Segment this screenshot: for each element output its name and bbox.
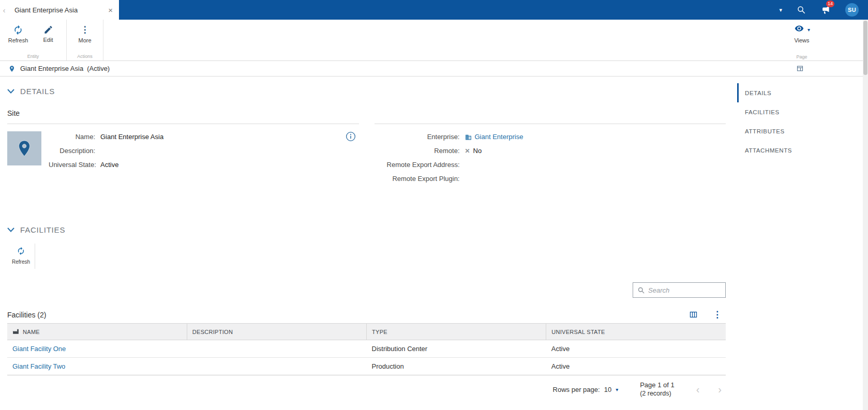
more-dots-icon: ⋮ xyxy=(81,25,89,35)
field-name: Name: Giant Enterprise Asia xyxy=(49,132,163,142)
topbar-dropdown-caret-icon[interactable]: ▾ xyxy=(779,7,782,13)
table-pagination: Rows per page: 10 ▾ Page 1 of 1 (2 recor… xyxy=(7,381,726,398)
table-row: Giant Facility Two Production Active xyxy=(7,358,726,375)
column-header-name[interactable]: NAME xyxy=(7,324,187,340)
views-caret-icon: ▾ xyxy=(807,27,810,33)
facilities-refresh-button[interactable]: Refresh xyxy=(7,244,35,269)
table-header-row: NAME DESCRIPTION TYPE UNIVERSAL STATE xyxy=(7,324,726,340)
edit-label: Edit xyxy=(43,37,53,43)
facility-link[interactable]: Giant Facility Two xyxy=(12,362,65,370)
back-chevron-icon[interactable]: ‹ xyxy=(0,0,8,20)
remote-export-address-label: Remote Export Address: xyxy=(375,160,465,170)
views-button[interactable]: ▾ Views xyxy=(794,24,810,43)
enterprise-label: Enterprise: xyxy=(375,132,465,142)
nav-item-details[interactable]: DETAILS xyxy=(737,83,812,102)
facilities-toolbar: Refresh xyxy=(7,244,726,269)
previous-page-icon[interactable]: ‹ xyxy=(696,384,700,394)
toolbar: Refresh Edit Entity ⋮ More Actions xyxy=(0,20,868,61)
cell-type: Distribution Center xyxy=(367,340,546,358)
tab-title: Giant Enterprise Asia xyxy=(14,6,107,14)
toolbar-page-group: ▾ Views Page xyxy=(794,20,810,61)
refresh-icon xyxy=(13,25,23,35)
search-row xyxy=(7,282,726,298)
field-universal-state: Universal State: Active xyxy=(49,160,163,170)
column-header-type[interactable]: TYPE xyxy=(367,324,546,340)
facilities-section-title: FACILITIES xyxy=(20,225,65,234)
facilities-count-title: Facilities (2) xyxy=(7,311,46,319)
column-header-universal-state[interactable]: UNIVERSAL STATE xyxy=(546,324,726,340)
cell-type: Production xyxy=(367,358,546,375)
tab-giant-enterprise-asia[interactable]: Giant Enterprise Asia × xyxy=(8,0,119,20)
vertical-scrollbar[interactable] xyxy=(863,20,868,410)
column-header-description[interactable]: DESCRIPTION xyxy=(187,324,366,340)
field-remote: Remote: ✕ No xyxy=(375,146,726,156)
entity-title-bar: Giant Enterprise Asia (Active) xyxy=(0,61,868,77)
records-count: (2 records) xyxy=(640,389,675,398)
more-button[interactable]: ⋮ More xyxy=(70,24,100,43)
search-input[interactable] xyxy=(648,286,721,294)
remote-value: No xyxy=(473,146,482,156)
search-box[interactable] xyxy=(633,282,726,298)
actions-group-label: Actions xyxy=(70,52,100,59)
section-nav: DETAILS FACILITIES ATTRIBUTES ATTACHMENT… xyxy=(737,83,812,160)
facility-link[interactable]: Giant Facility One xyxy=(12,345,66,353)
facility-icon xyxy=(12,328,19,335)
page-title: Giant Enterprise Asia xyxy=(20,65,83,72)
topbar-spacer xyxy=(119,0,779,20)
description-label: Description: xyxy=(49,146,100,156)
tab-close-icon[interactable]: × xyxy=(107,6,114,14)
rows-per-page-select[interactable]: Rows per page: 10 ▾ xyxy=(553,386,619,393)
name-label: Name: xyxy=(49,132,100,142)
announcements-icon[interactable]: 14 xyxy=(820,5,831,15)
info-icon[interactable] xyxy=(346,131,356,144)
nav-item-attributes[interactable]: ATTRIBUTES xyxy=(737,122,812,141)
search-icon[interactable] xyxy=(797,5,806,14)
field-remote-export-plugin: Remote Export Plugin: xyxy=(375,174,726,184)
edit-button[interactable]: Edit xyxy=(33,24,63,43)
enterprise-link[interactable]: Giant Enterprise xyxy=(475,132,523,142)
rows-per-page-value: 10 xyxy=(604,386,611,393)
table-row: Giant Facility One Distribution Center A… xyxy=(7,340,726,358)
toolbar-entity-group: Refresh Edit Entity xyxy=(0,20,67,60)
column-settings-icon[interactable] xyxy=(689,310,698,319)
page-layout-icon[interactable] xyxy=(796,65,804,72)
location-pin-large-icon xyxy=(15,139,34,158)
field-enterprise: Enterprise: Giant Enterprise xyxy=(375,132,726,142)
cell-universal-state: Active xyxy=(546,358,726,375)
nav-item-attachments[interactable]: ATTACHMENTS xyxy=(737,141,812,160)
nav-item-facilities[interactable]: FACILITIES xyxy=(737,102,812,122)
site-subsection-title: Site xyxy=(7,109,726,117)
refresh-button[interactable]: Refresh xyxy=(3,24,33,43)
next-page-icon[interactable]: › xyxy=(718,384,722,394)
rows-per-page-caret-icon: ▾ xyxy=(616,387,618,392)
details-right-column: Enterprise: Giant Enterprise Remote: ✕ N… xyxy=(375,124,726,188)
rows-per-page-label: Rows per page: xyxy=(553,386,600,393)
chevron-down-icon xyxy=(7,89,14,94)
cell-description xyxy=(187,340,366,358)
refresh-icon xyxy=(17,247,25,257)
facilities-section-header[interactable]: FACILITIES xyxy=(7,225,726,234)
building-icon xyxy=(465,134,472,141)
page-title-state: (Active) xyxy=(87,65,110,72)
topbar-actions: ▾ 14 SU xyxy=(779,0,868,20)
search-icon xyxy=(637,286,645,294)
remote-label: Remote: xyxy=(375,146,465,156)
views-label: Views xyxy=(794,37,809,43)
eye-icon xyxy=(794,24,805,35)
field-description: Description: xyxy=(49,146,163,156)
details-left-column: Name: Giant Enterprise Asia Description:… xyxy=(7,124,359,188)
page-group-label: Page xyxy=(794,52,810,59)
details-section-title: DETAILS xyxy=(20,87,55,96)
user-avatar[interactable]: SU xyxy=(845,3,859,17)
details-grid: Name: Giant Enterprise Asia Description:… xyxy=(7,124,726,188)
entity-group-label: Entity xyxy=(3,52,63,59)
main-content: DETAILS Site Name: Giant Enterprise Asia… xyxy=(7,77,726,398)
scrollbar-thumb[interactable] xyxy=(863,21,867,75)
table-menu-icon[interactable]: ⋮ xyxy=(713,310,722,319)
universal-state-label: Universal State: xyxy=(49,160,100,170)
pencil-icon xyxy=(43,25,53,35)
cell-universal-state: Active xyxy=(546,340,726,358)
field-remote-export-address: Remote Export Address: xyxy=(375,160,726,170)
details-section-header[interactable]: DETAILS xyxy=(7,87,726,96)
cross-icon: ✕ xyxy=(465,146,470,156)
